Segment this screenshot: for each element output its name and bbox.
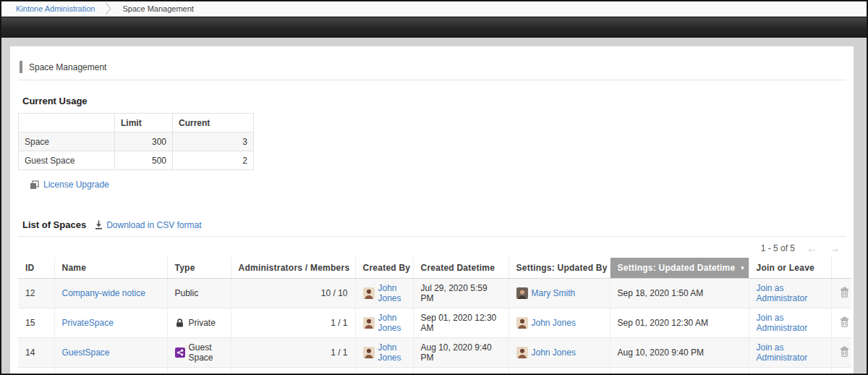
space-id-cell: 14 [18, 338, 54, 368]
breadcrumb: Kintone Administration Space Management [1, 1, 867, 17]
created-by-user-link[interactable]: John Jones [378, 283, 406, 303]
delete-space-button[interactable] [839, 346, 850, 358]
list-of-spaces-heading-row: List of Spaces Download in CSV format [18, 219, 846, 237]
col-type[interactable]: Type [167, 258, 231, 279]
pagination-next-icon[interactable]: → [829, 243, 840, 253]
pagination-prev-icon[interactable]: ← [807, 243, 817, 253]
space-name-link[interactable]: Company-wide notice [62, 288, 145, 298]
space-management-screen: Kintone Administration Space Management … [0, 0, 868, 375]
content-panel: Space Management Current Usage Limit Cur… [10, 46, 854, 374]
current-usage-heading: Current Usage [22, 96, 846, 106]
pagination-range: 1 - 5 of 5 [761, 243, 795, 253]
csv-download-wrap: Download in CSV format [95, 220, 201, 230]
space-name-link[interactable]: GuestSpace [62, 347, 110, 358]
table-row: 15PrivateSpacePrivate1 / 1John JonesSep … [18, 308, 851, 338]
space-type-label: Private [189, 318, 216, 328]
usage-row-space: Space 300 3 [19, 132, 254, 151]
col-name[interactable]: Name [54, 258, 167, 279]
license-upgrade-link[interactable]: License Upgrade [43, 180, 109, 190]
usage-space-current: 3 [173, 132, 254, 151]
join-or-leave-cell: Join as Administrator [749, 279, 831, 308]
table-row: 13Notification about AAA projectGuest Sp… [18, 368, 851, 375]
space-id-cell: 15 [18, 308, 54, 338]
space-type-cell: Private [167, 308, 231, 338]
pagination: 1 - 5 of 5 ← → [18, 237, 846, 258]
usage-guest-label: Guest Space [19, 151, 115, 170]
delete-cell [831, 308, 851, 338]
join-or-leave-cell: Join as Administrator [749, 338, 831, 368]
guest-space-icon [175, 347, 185, 358]
created-by-user-link[interactable]: John Jones [378, 372, 406, 375]
col-created-datetime[interactable]: Created Datetime [413, 258, 509, 279]
user-avatar [516, 287, 528, 299]
join-or-leave-cell: Join as Administrator [749, 308, 831, 338]
created-by-cell: John Jones [355, 308, 413, 338]
col-join-or-leave[interactable]: Join or Leave [749, 258, 831, 279]
usage-space-label: Space [19, 132, 115, 151]
settings-updated-by-user-link[interactable]: Mary Smith [532, 288, 576, 298]
created-by-cell: John Jones [355, 279, 413, 308]
settings-updated-by-cell: John Jones [509, 368, 610, 375]
space-type-cell: Guest Space [167, 338, 231, 368]
created-by-user-link[interactable]: John Jones [378, 313, 406, 333]
settings-updated-by-cell: Mary Smith [509, 279, 610, 308]
settings-updated-datetime-cell: Aug 10, 2020 9:40 PM [610, 338, 749, 368]
space-name-cell: PrivateSpace [54, 308, 167, 338]
col-settings-updated-datetime[interactable]: Settings: Updated Datetime▼ [610, 258, 749, 279]
breadcrumb-home-link[interactable]: Kintone Administration [16, 4, 95, 13]
join-or-leave-link[interactable]: Join as Administrator [757, 283, 808, 303]
lock-icon [175, 318, 185, 328]
delete-space-button[interactable] [839, 316, 850, 328]
settings-updated-by-user-link[interactable]: John Jones [532, 347, 576, 358]
license-upgrade-row: License Upgrade [30, 180, 846, 190]
user-avatar [363, 347, 375, 358]
page-title-row: Space Management [18, 46, 846, 80]
page-title: Space Management [29, 62, 106, 72]
col-settings-updated-by[interactable]: Settings: Updated By [509, 258, 610, 279]
created-by-user-link[interactable]: John Jones [378, 342, 406, 363]
col-id[interactable]: ID [18, 258, 54, 279]
col-admins-members[interactable]: Administrators / Members [231, 258, 355, 279]
spaces-header-row: ID Name Type Administrators / Members Cr… [18, 258, 851, 279]
delete-space-button[interactable] [839, 287, 850, 298]
join-or-leave-cell: Leave [749, 368, 831, 375]
settings-updated-by-user-link[interactable]: John Jones [532, 318, 576, 328]
admins-members-cell: 1 / 1 [231, 338, 355, 368]
space-name-cell: Notification about AAA project [54, 368, 167, 375]
download-csv-link[interactable]: Download in CSV format [106, 220, 201, 230]
space-type-label: Guest Space [189, 342, 224, 363]
settings-updated-datetime-cell: Sep 01, 2020 12:30 AM [610, 308, 749, 338]
breadcrumb-chevron-icon [105, 2, 112, 15]
spaces-table: ID Name Type Administrators / Members Cr… [18, 258, 851, 375]
space-type-cell: Public [167, 279, 231, 308]
col-created-by[interactable]: Created By [355, 258, 413, 279]
user-avatar [363, 317, 375, 329]
join-or-leave-link[interactable]: Join as Administrator [757, 342, 808, 363]
admins-members-cell: 4 / 6 [231, 368, 355, 375]
license-upgrade-icon [30, 180, 39, 190]
breadcrumb-current: Space Management [122, 4, 193, 13]
user-avatar [516, 347, 528, 358]
space-name-link[interactable]: PrivateSpace [62, 318, 114, 328]
usage-space-limit: 300 [115, 132, 173, 151]
current-usage-table: Limit Current Space 300 3 Guest Space 50… [18, 113, 254, 170]
created-datetime-cell: Jul 29, 2020 5:59 PM [413, 279, 509, 308]
top-nav-bar [1, 17, 867, 38]
table-row: 14GuestSpaceGuest Space1 / 1John JonesAu… [18, 338, 851, 368]
list-of-spaces-heading: List of Spaces [22, 219, 86, 230]
admins-members-cell: 10 / 10 [231, 279, 355, 308]
delete-cell [831, 338, 851, 368]
space-name-link[interactable]: Notification about AAA project [62, 372, 148, 375]
delete-cell [831, 368, 851, 375]
settings-updated-datetime-cell: Jul 30, 2020 7:27 PM [610, 368, 749, 375]
created-datetime-cell: Aug 10, 2020 9:40 PM [413, 338, 509, 368]
settings-updated-by-cell: John Jones [509, 308, 610, 338]
usage-col-current: Current [173, 114, 254, 132]
created-datetime-cell: Jul 30, 2020 6:57 PM [413, 368, 509, 375]
usage-col-limit: Limit [115, 114, 173, 132]
join-or-leave-link[interactable]: Join as Administrator [757, 313, 808, 333]
usage-col-blank [19, 114, 115, 132]
settings-updated-datetime-cell: Sep 18, 2020 1:50 AM [610, 279, 749, 308]
space-name-cell: Company-wide notice [54, 279, 167, 308]
admins-members-cell: 1 / 1 [231, 308, 355, 338]
